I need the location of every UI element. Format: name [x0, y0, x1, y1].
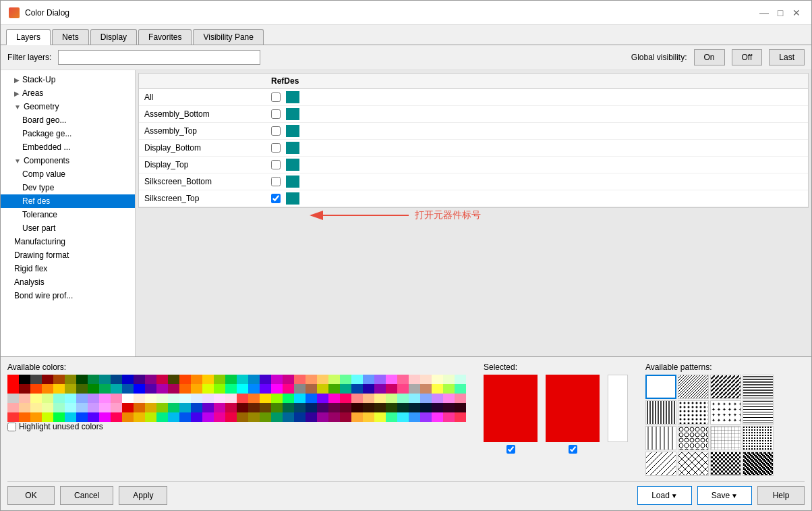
pattern-cell-diag2[interactable]: [710, 375, 741, 399]
color-cell[interactable]: [145, 412, 156, 422]
color-cell[interactable]: [134, 384, 145, 394]
sidebar-item-analysis[interactable]: Analysis: [1, 275, 135, 289]
sidebar-item-dev-type[interactable]: Dev type: [1, 181, 135, 194]
pattern-cell-checker[interactable]: [710, 452, 741, 476]
layer-checkbox-display-top[interactable]: [271, 160, 281, 169]
color-cell[interactable]: [225, 375, 237, 384]
color-cell[interactable]: [7, 394, 19, 403]
color-cell[interactable]: [214, 394, 225, 403]
layer-color-display-top[interactable]: [286, 159, 299, 171]
selected-color-checkbox-1[interactable]: [506, 445, 515, 454]
color-cell[interactable]: [363, 384, 374, 394]
color-cell[interactable]: [397, 412, 409, 422]
sidebar-item-components[interactable]: ▼ Components: [1, 154, 135, 167]
color-cell[interactable]: [420, 403, 432, 412]
color-cell[interactable]: [19, 412, 30, 422]
color-cell[interactable]: [271, 384, 283, 394]
color-cell[interactable]: [455, 403, 466, 412]
color-cell[interactable]: [168, 403, 179, 412]
color-cell[interactable]: [409, 384, 420, 394]
color-cell[interactable]: [455, 412, 466, 422]
color-cell[interactable]: [351, 394, 363, 403]
color-cell[interactable]: [111, 403, 122, 412]
color-cell[interactable]: [328, 412, 340, 422]
color-cell[interactable]: [443, 394, 455, 403]
color-cell[interactable]: [283, 394, 294, 403]
color-cell[interactable]: [397, 403, 409, 412]
color-cell[interactable]: [76, 375, 88, 384]
color-cell[interactable]: [455, 394, 466, 403]
tab-nets[interactable]: Nets: [52, 29, 89, 45]
color-cell[interactable]: [7, 384, 19, 394]
color-cell[interactable]: [88, 384, 99, 394]
color-cell[interactable]: [53, 375, 65, 384]
color-cell[interactable]: [65, 394, 76, 403]
sidebar-item-user-part[interactable]: User part: [1, 221, 135, 235]
color-cell[interactable]: [19, 384, 30, 394]
color-cell[interactable]: [420, 375, 432, 384]
color-cell[interactable]: [7, 412, 19, 422]
color-cell[interactable]: [145, 375, 156, 384]
color-cell[interactable]: [248, 384, 260, 394]
pattern-cell-cross-dots[interactable]: [678, 426, 709, 450]
help-button[interactable]: Help: [757, 486, 805, 505]
pattern-cell-solid[interactable]: [645, 375, 676, 399]
highlight-unused-checkbox[interactable]: [7, 423, 16, 431]
sidebar-item-drawing-format[interactable]: Drawing format: [1, 248, 135, 262]
color-cell[interactable]: [374, 375, 386, 384]
tab-visibility-pane[interactable]: Visibility Pane: [193, 29, 263, 45]
color-cell[interactable]: [191, 403, 202, 412]
color-cell[interactable]: [283, 375, 294, 384]
color-cell[interactable]: [88, 394, 99, 403]
layer-row-all[interactable]: All: [139, 89, 808, 106]
layer-checkbox-assembly-top[interactable]: [271, 126, 281, 136]
apply-button[interactable]: Apply: [119, 486, 167, 505]
color-cell[interactable]: [363, 375, 374, 384]
color-cell[interactable]: [237, 412, 248, 422]
layer-row-display-bottom[interactable]: Display_Bottom: [139, 140, 808, 157]
color-cell[interactable]: [156, 412, 168, 422]
color-cell[interactable]: [443, 384, 455, 394]
color-cell[interactable]: [53, 412, 65, 422]
color-cell[interactable]: [99, 412, 111, 422]
layer-color-silkscreen-top[interactable]: [286, 192, 299, 205]
color-cell[interactable]: [111, 412, 122, 422]
color-cell[interactable]: [260, 375, 271, 384]
color-cell[interactable]: [294, 375, 306, 384]
color-cell[interactable]: [409, 412, 420, 422]
color-cell[interactable]: [122, 403, 134, 412]
color-cell[interactable]: [283, 384, 294, 394]
color-cell[interactable]: [328, 375, 340, 384]
color-cell[interactable]: [340, 403, 351, 412]
color-cell[interactable]: [328, 403, 340, 412]
save-button[interactable]: Save ▼: [697, 486, 752, 505]
color-cell[interactable]: [432, 412, 443, 422]
color-cell[interactable]: [53, 394, 65, 403]
color-cell[interactable]: [306, 403, 317, 412]
color-cell[interactable]: [420, 394, 432, 403]
color-cell[interactable]: [214, 412, 225, 422]
color-cell[interactable]: [76, 394, 88, 403]
color-cell[interactable]: [374, 384, 386, 394]
color-cell[interactable]: [76, 403, 88, 412]
color-cell[interactable]: [214, 375, 225, 384]
color-cell[interactable]: [363, 403, 374, 412]
color-cell[interactable]: [30, 375, 42, 384]
maximize-button[interactable]: □: [774, 7, 787, 19]
color-cell[interactable]: [145, 384, 156, 394]
pattern-cell-vert[interactable]: [645, 400, 676, 425]
pattern-cell-dots[interactable]: [678, 400, 709, 425]
layer-row-assembly-bottom[interactable]: Assembly_Bottom: [139, 106, 808, 123]
layer-row-silkscreen-bottom[interactable]: Silkscreen_Bottom: [139, 173, 808, 190]
layer-row-assembly-top[interactable]: Assembly_Top: [139, 123, 808, 140]
color-cell[interactable]: [179, 375, 191, 384]
pattern-cell-grid[interactable]: [710, 426, 741, 450]
pattern-cell-crosshatch[interactable]: [743, 452, 774, 476]
color-cell[interactable]: [168, 394, 179, 403]
color-cell[interactable]: [214, 403, 225, 412]
color-cell[interactable]: [294, 412, 306, 422]
color-cell[interactable]: [420, 412, 432, 422]
sidebar-item-manufacturing[interactable]: Manufacturing: [1, 235, 135, 248]
color-cell[interactable]: [191, 384, 202, 394]
color-cell[interactable]: [248, 375, 260, 384]
